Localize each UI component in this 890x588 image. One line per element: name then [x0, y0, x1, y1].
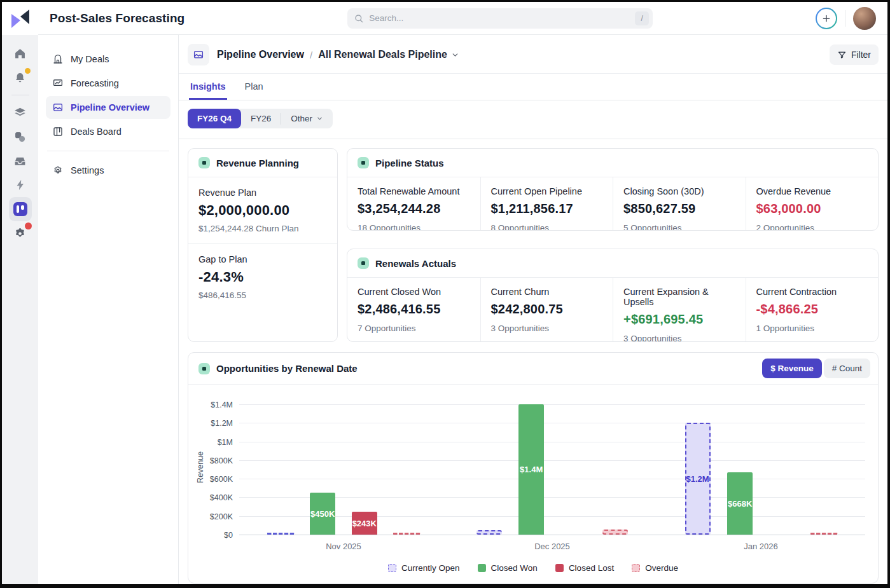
- bar-open[interactable]: $1.2M: [685, 423, 711, 535]
- gridline: [239, 460, 865, 461]
- x-axis: Nov 2025Dec 2025Jan 2026: [239, 535, 865, 554]
- metric-open-pipeline: Current Open Pipeline $1,211,856.17 8 Op…: [480, 177, 613, 231]
- image-chart-icon: [52, 102, 64, 113]
- app-window: Post-Sales Forecasting /: [0, 0, 890, 588]
- legend-item[interactable]: Overdue: [632, 563, 678, 573]
- sidebar-divider: [47, 151, 169, 151]
- add-button[interactable]: [816, 8, 837, 29]
- logo-icon: [11, 8, 30, 29]
- rail-item-notifications[interactable]: [9, 65, 32, 90]
- sidebar-item-forecasting[interactable]: Forecasting: [46, 72, 170, 95]
- metric-contraction: Current Contraction -$4,866.25 1 Opportu…: [746, 278, 879, 342]
- bar-open[interactable]: [267, 533, 295, 535]
- sidebar-item-settings[interactable]: Settings: [46, 159, 170, 182]
- rail-item-activity[interactable]: [9, 173, 32, 197]
- pipeline-status-card: Pipeline Status Total Renewable Amount $…: [347, 148, 879, 231]
- legend-item[interactable]: Closed Lost: [555, 563, 614, 573]
- widget-icon: [198, 157, 210, 168]
- settings-gear-icon: [52, 165, 64, 176]
- app-logo[interactable]: [2, 2, 38, 35]
- sidebar-item-pipeline-overview[interactable]: Pipeline Overview: [46, 96, 170, 119]
- plus-icon: [821, 13, 831, 24]
- metric-label: Current Contraction: [756, 287, 868, 297]
- filter-button[interactable]: Filter: [830, 44, 879, 65]
- bar-won[interactable]: $450K: [310, 493, 335, 535]
- sidebar-item-my-deals[interactable]: My Deals: [46, 48, 170, 71]
- bar-won[interactable]: $1.4M: [518, 404, 544, 535]
- metric-sub: 1 Opportunities: [756, 324, 868, 333]
- period-fy26-q4[interactable]: FY26 Q4: [188, 109, 241, 128]
- rail-item-settings[interactable]: [9, 221, 32, 245]
- card-title: Pipeline Status: [375, 158, 444, 168]
- rail-divider: [11, 95, 29, 95]
- toggle-revenue-button[interactable]: $ Revenue: [762, 359, 822, 378]
- chart: Revenue $0$200K$400K$600K$800K$1M$1.2M$1…: [188, 385, 878, 554]
- period-other[interactable]: Other: [281, 109, 333, 128]
- tab-plan[interactable]: Plan: [244, 74, 265, 100]
- rail-item-home[interactable]: [9, 41, 32, 65]
- search-input[interactable]: [364, 13, 635, 23]
- metric-value: $2,486,416.55: [358, 302, 470, 317]
- metric-value: $242,800.75: [491, 302, 603, 317]
- gear-icon: [13, 227, 27, 240]
- search-icon: [354, 13, 364, 24]
- chart-plot: $1.2M$450K$1.4M$668K$243K: [239, 399, 865, 535]
- breadcrumb-icon-tile: [188, 44, 209, 65]
- legend-swatch: [388, 564, 396, 572]
- layers-icon: [13, 106, 27, 120]
- header-divider: [845, 10, 845, 27]
- period-filter-row: FY26 Q4 FY26 Other: [179, 100, 887, 139]
- metric-sub: 18 Opportunities: [358, 223, 470, 231]
- notification-badge: [25, 68, 31, 74]
- sidebar-item-deals-board[interactable]: Deals Board: [46, 120, 170, 143]
- sidebar-item-label: My Deals: [71, 54, 109, 64]
- inbox-icon: [13, 154, 27, 168]
- archway-icon: [52, 53, 64, 65]
- rail-item-dashboards[interactable]: [9, 197, 32, 221]
- opportunities-chart-card: Opportunities by Renewal Date $ Revenue …: [188, 352, 879, 584]
- rail-item-inbox[interactable]: [9, 149, 32, 173]
- pipeline-selector[interactable]: All Renewal Deals Pipeline: [318, 49, 459, 60]
- y-tick-label: $1.2M: [211, 419, 233, 428]
- shapes-icon: [13, 130, 27, 144]
- bar-overdue[interactable]: [810, 533, 838, 535]
- legend-item[interactable]: Closed Won: [478, 563, 538, 573]
- breadcrumb: Pipeline Overview / All Renewal Deals Pi…: [179, 35, 887, 74]
- tab-insights[interactable]: Insights: [189, 74, 227, 100]
- bar-overdue[interactable]: [393, 533, 421, 535]
- rail-item-layers[interactable]: [9, 100, 32, 125]
- search-bar[interactable]: /: [347, 8, 653, 29]
- bar-won[interactable]: $668K: [727, 472, 753, 535]
- metric-sub: 3 Opportunities: [623, 334, 735, 342]
- metric-sub: $1,254,244.28 Churn Plan: [198, 224, 327, 233]
- metric-closed-won: Current Closed Won $2,486,416.55 7 Oppor…: [347, 278, 480, 342]
- user-avatar[interactable]: [853, 7, 876, 30]
- metric-sub: 8 Opportunities: [491, 223, 603, 231]
- period-fy26[interactable]: FY26: [241, 109, 281, 128]
- funnel-icon: [837, 50, 847, 60]
- rail-item-shapes[interactable]: [9, 125, 32, 149]
- legend-item[interactable]: Currently Open: [388, 563, 460, 573]
- legend-swatch: [555, 564, 564, 572]
- settings-badge: [25, 222, 32, 229]
- pipeline-selector-label: All Renewal Deals Pipeline: [318, 49, 447, 60]
- card-title: Renewals Actuals: [375, 258, 456, 269]
- bar-overdue[interactable]: [602, 530, 628, 535]
- y-axis: $0$200K$400K$600K$800K$1M$1.2M$1.4M: [206, 399, 239, 535]
- bar-open[interactable]: [476, 530, 502, 535]
- bar-value-label: $1.4M: [520, 465, 543, 474]
- metric-label: Revenue Plan: [198, 188, 327, 198]
- image-chart-icon: [193, 49, 204, 60]
- metric-label: Overdue Revenue: [756, 186, 868, 196]
- gridline: [239, 423, 865, 423]
- bell-icon: [13, 71, 27, 85]
- legend-label: Closed Lost: [569, 563, 614, 573]
- y-tick-label: $1M: [218, 438, 233, 447]
- toggle-count-button[interactable]: # Count: [824, 359, 870, 378]
- chart-legend: Currently OpenClosed WonClosed LostOverd…: [188, 554, 878, 583]
- search-shortcut-badge: /: [635, 11, 649, 25]
- metric-overdue-revenue: Overdue Revenue $63,000.00 2 Opportuniti…: [746, 177, 879, 231]
- gridline: [239, 442, 865, 442]
- bar-lost[interactable]: $243K: [352, 512, 377, 535]
- x-tick-label: Dec 2025: [534, 542, 570, 551]
